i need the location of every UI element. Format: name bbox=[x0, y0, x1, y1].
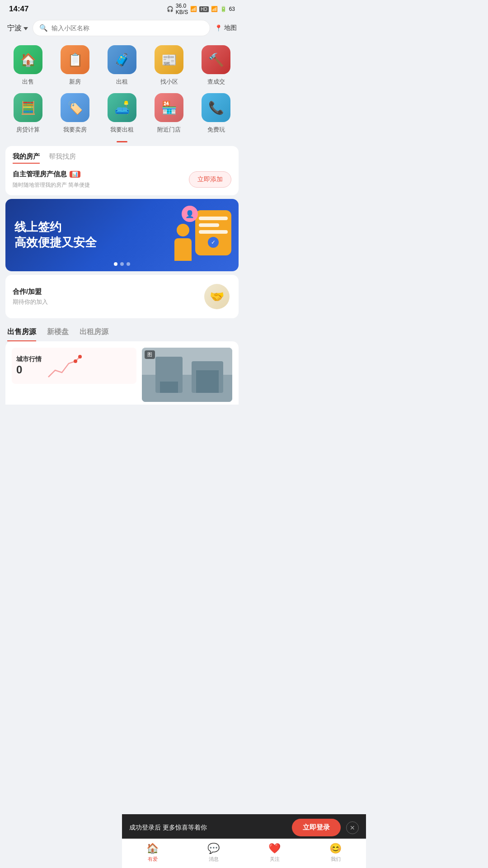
sale-icon-box: 🏠 bbox=[14, 45, 42, 74]
icon-vr[interactable]: 📞 免费玩 bbox=[196, 93, 236, 134]
banner-illustration: ✓ 👤 bbox=[173, 206, 231, 264]
map-icon: 📍 bbox=[215, 24, 222, 32]
partner-card[interactable]: 合作/加盟 期待你的加入 🤝 bbox=[5, 275, 239, 318]
tab-my-property[interactable]: 我的房产 bbox=[13, 152, 40, 164]
rent-out-label: 我要出租 bbox=[110, 126, 134, 134]
check-deal-icon-box: 🔨 bbox=[202, 45, 230, 74]
property-content: 自主管理房产信息 📊 随时随地管理我的房产 简单便捷 立即添加 bbox=[13, 170, 231, 189]
status-icons: 🎧 36.0KB/S 📶 HD 📶 🔋 63 bbox=[167, 3, 235, 15]
wifi-icon: 📶 bbox=[190, 6, 197, 12]
banner-line1: 线上签约 高效便捷又安全 bbox=[14, 220, 97, 250]
tab-new-buildings[interactable]: 新楼盘 bbox=[47, 327, 69, 341]
mortgage-label: 房贷计算 bbox=[16, 126, 40, 134]
sell-house-icon-box: 🏷️ bbox=[61, 93, 89, 122]
icon-rent[interactable]: 🧳 出租 bbox=[102, 45, 142, 86]
status-time: 14:47 bbox=[9, 5, 28, 14]
property-tabs: 我的房产 帮我找房 bbox=[13, 152, 231, 164]
listing-image: 图 bbox=[142, 348, 232, 402]
icon-row-1: 🏠 出售 📋 新房 🧳 出租 📰 找小区 🔨 查成交 bbox=[5, 45, 239, 86]
signal-icon: 📶 bbox=[211, 6, 218, 12]
tab-find-house[interactable]: 帮我找房 bbox=[49, 152, 76, 164]
battery-icon: 🔋 bbox=[220, 6, 227, 12]
property-nav: 出售房源 新楼盘 出租房源 bbox=[0, 322, 244, 341]
city-trend-title: 城市行情 bbox=[16, 355, 42, 363]
svg-rect-6 bbox=[160, 382, 178, 393]
icon-rent-out[interactable]: 🛋️ 我要出租 bbox=[102, 93, 142, 134]
listing-row: 城市行情 0 bbox=[12, 348, 232, 402]
map-button[interactable]: 📍 地图 bbox=[215, 24, 237, 32]
new-house-icon-box: 📋 bbox=[61, 45, 89, 74]
property-title: 自主管理房产信息 📊 bbox=[13, 170, 90, 179]
tab-rent-listings[interactable]: 出租房源 bbox=[80, 327, 108, 341]
banner-text: 线上签约 高效便捷又安全 bbox=[14, 220, 97, 250]
property-subtitle: 随时随地管理我的房产 简单便捷 bbox=[13, 181, 90, 189]
partner-subtitle: 期待你的加入 bbox=[13, 298, 48, 306]
listing-left: 城市行情 0 bbox=[12, 348, 136, 402]
image-badge: 图 bbox=[145, 350, 155, 359]
contract-icon: 🤝 bbox=[204, 284, 230, 309]
battery-level: 63 bbox=[229, 6, 235, 12]
property-info: 自主管理房产信息 📊 随时随地管理我的房产 简单便捷 bbox=[13, 170, 90, 189]
partner-icon: 🤝 bbox=[202, 282, 231, 311]
sell-house-label: 我要卖房 bbox=[63, 126, 87, 134]
trend-chart-icon bbox=[46, 352, 82, 379]
sale-label: 出售 bbox=[22, 78, 34, 86]
rent-out-icon-box: 🛋️ bbox=[108, 93, 136, 122]
tab-sale-listings[interactable]: 出售房源 bbox=[7, 327, 36, 341]
rent-label: 出租 bbox=[116, 78, 128, 86]
partner-info: 合作/加盟 期待你的加入 bbox=[13, 288, 48, 306]
status-bar: 14:47 🎧 36.0KB/S 📶 HD 📶 🔋 63 bbox=[0, 0, 244, 16]
property-card: 我的房产 帮我找房 自主管理房产信息 📊 随时随地管理我的房产 简单便捷 立即添… bbox=[5, 146, 239, 195]
icon-grid-row1: 🏠 出售 📋 新房 🧳 出租 📰 找小区 🔨 查成交 🧮 房贷计算 🏷️ 我要卖… bbox=[0, 42, 244, 142]
city-selector[interactable]: 宁波 bbox=[7, 24, 28, 33]
icon-check-deal[interactable]: 🔨 查成交 bbox=[196, 45, 236, 86]
add-property-button[interactable]: 立即添加 bbox=[189, 171, 231, 188]
trend-number: 0 bbox=[16, 363, 42, 376]
banner: 线上签约 高效便捷又安全 ✓ 👤 bbox=[5, 199, 239, 271]
partner-title: 合作/加盟 bbox=[13, 288, 48, 296]
nearby-store-label: 附近门店 bbox=[157, 126, 181, 134]
property-badge: 📊 bbox=[70, 171, 80, 178]
nearby-store-icon-box: 🏪 bbox=[155, 93, 183, 122]
new-house-label: 新房 bbox=[69, 78, 81, 86]
headphone-icon: 🎧 bbox=[167, 6, 174, 12]
find-community-label: 找小区 bbox=[160, 78, 178, 86]
icon-sell-house[interactable]: 🏷️ 我要卖房 bbox=[55, 93, 95, 134]
search-input[interactable] bbox=[52, 24, 203, 32]
listing-placeholder bbox=[142, 348, 232, 402]
icon-mortgage[interactable]: 🧮 房贷计算 bbox=[8, 93, 48, 134]
city-trend: 城市行情 0 bbox=[12, 348, 136, 384]
hd-badge: HD bbox=[199, 6, 208, 12]
icon-sale[interactable]: 🏠 出售 bbox=[8, 45, 48, 86]
mortgage-icon-box: 🧮 bbox=[14, 93, 42, 122]
vr-label: 免费玩 bbox=[207, 126, 225, 134]
rent-icon-box: 🧳 bbox=[108, 45, 136, 74]
search-bar[interactable]: 🔍 bbox=[33, 20, 210, 36]
data-speed: 36.0KB/S bbox=[176, 3, 188, 15]
banner-dot-3 bbox=[127, 262, 130, 266]
icon-row-2: 🧮 房贷计算 🏷️ 我要卖房 🛋️ 我要出租 🏪 附近门店 📞 免费玩 bbox=[5, 93, 239, 134]
svg-point-0 bbox=[74, 359, 77, 363]
banner-dot-2 bbox=[120, 262, 124, 266]
check-deal-label: 查成交 bbox=[207, 78, 225, 86]
svg-point-1 bbox=[78, 355, 82, 359]
header: 宁波 🔍 📍 地图 bbox=[0, 16, 244, 42]
chevron-down-icon bbox=[23, 27, 28, 30]
scroll-indicator bbox=[5, 141, 239, 142]
search-icon: 🔍 bbox=[39, 24, 48, 32]
vr-icon-box: 📞 bbox=[202, 93, 230, 122]
icon-new-house[interactable]: 📋 新房 bbox=[55, 45, 95, 86]
scroll-dot-line bbox=[117, 141, 127, 142]
listing-section: 城市行情 0 bbox=[5, 341, 239, 405]
banner-dot-1 bbox=[114, 262, 117, 266]
icon-find-community[interactable]: 📰 找小区 bbox=[149, 45, 189, 86]
icon-nearby-store[interactable]: 🏪 附近门店 bbox=[149, 93, 189, 134]
find-community-icon-box: 📰 bbox=[155, 45, 183, 74]
svg-rect-7 bbox=[196, 370, 219, 393]
banner-dots bbox=[114, 262, 130, 266]
city-name: 宁波 bbox=[7, 24, 22, 33]
